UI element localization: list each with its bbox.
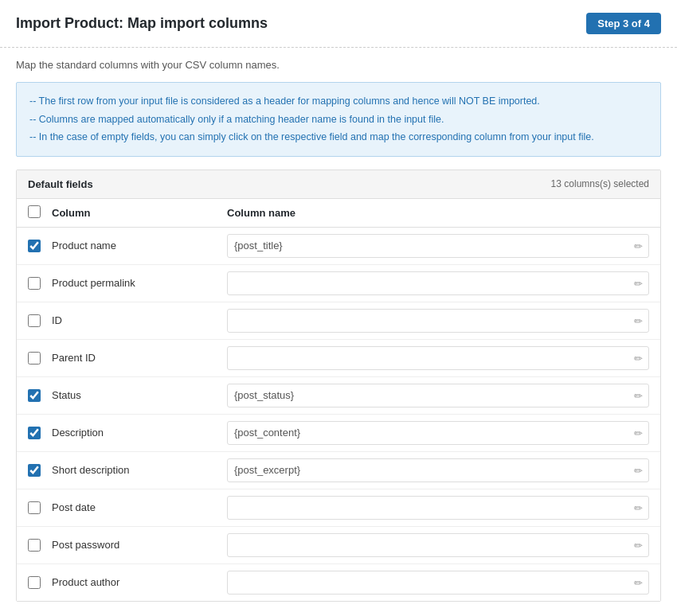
- col-header-column: Column: [52, 207, 227, 219]
- table-section-header: Default fields 13 columns(s) selected: [17, 170, 660, 199]
- row-input-wrap-description: ✏: [227, 421, 649, 445]
- row-input-wrap-parent_id: ✏: [227, 346, 649, 370]
- header-checkbox-space: [28, 205, 52, 220]
- page-container: Import Product: Map import columns Step …: [0, 0, 677, 602]
- row-input-product_permalink[interactable]: [227, 271, 649, 295]
- row-label-product_name: Product name: [52, 240, 227, 251]
- table-row: Short description ✏: [17, 452, 660, 489]
- row-input-description[interactable]: [227, 421, 649, 445]
- row-checkbox-wrap: [28, 464, 52, 477]
- row-checkbox-wrap: [28, 501, 52, 514]
- row-checkbox-description[interactable]: [28, 427, 41, 439]
- columns-selected-count: 13 columns(s) selected: [551, 178, 649, 189]
- row-input-product_name[interactable]: [227, 234, 649, 258]
- page-title: Import Product: Map import columns: [16, 15, 268, 32]
- row-label-id: ID: [52, 314, 227, 326]
- row-input-parent_id[interactable]: [227, 346, 649, 370]
- row-label-product_permalink: Product permalink: [52, 277, 227, 289]
- info-box: -- The first row from your input file is…: [16, 82, 661, 157]
- row-checkbox-wrap: [28, 352, 52, 365]
- row-input-id[interactable]: [227, 309, 649, 333]
- col-header-name: Column name: [227, 207, 649, 219]
- row-input-post_date[interactable]: [227, 496, 649, 520]
- row-label-status: Status: [52, 389, 227, 401]
- table-rows-container: Product name ✏ Product permalink ✏ ID ✏ …: [17, 228, 660, 601]
- info-line-3: -- In the case of empty fields, you can …: [29, 128, 648, 146]
- page-description: Map the standard columns with your CSV c…: [0, 48, 677, 82]
- row-input-wrap-post_password: ✏: [227, 533, 649, 557]
- row-checkbox-wrap: [28, 389, 52, 402]
- select-all-checkbox[interactable]: [28, 205, 41, 218]
- table-row: Description ✏: [17, 415, 660, 452]
- row-label-short_description: Short description: [52, 464, 227, 476]
- row-checkbox-wrap: [28, 240, 52, 252]
- row-input-post_password[interactable]: [227, 533, 649, 557]
- row-input-wrap-product_author: ✏: [227, 571, 649, 595]
- table-row: Post date ✏: [17, 489, 660, 527]
- table-row: Post password ✏: [17, 527, 660, 564]
- table-row: Product name ✏: [17, 228, 660, 265]
- row-checkbox-status[interactable]: [28, 389, 41, 402]
- row-checkbox-wrap: [28, 277, 52, 290]
- column-headers: Column Column name: [17, 199, 660, 228]
- table-row: Product author ✏: [17, 564, 660, 601]
- row-input-product_author[interactable]: [227, 571, 649, 595]
- row-label-parent_id: Parent ID: [52, 352, 227, 364]
- row-input-wrap-post_date: ✏: [227, 496, 649, 520]
- row-input-wrap-status: ✏: [227, 384, 649, 407]
- table-section: Default fields 13 columns(s) selected Co…: [16, 170, 661, 602]
- row-input-wrap-product_permalink: ✏: [227, 271, 649, 295]
- row-label-description: Description: [52, 427, 227, 439]
- row-label-post_password: Post password: [52, 539, 227, 551]
- row-checkbox-post_date[interactable]: [28, 501, 41, 514]
- info-line-1: -- The first row from your input file is…: [29, 92, 648, 111]
- table-row: Status ✏: [17, 377, 660, 415]
- row-checkbox-product_author[interactable]: [28, 576, 41, 589]
- row-input-status[interactable]: [227, 384, 649, 407]
- step-badge: Step 3 of 4: [586, 13, 661, 34]
- row-input-wrap-short_description: ✏: [227, 458, 649, 482]
- row-label-post_date: Post date: [52, 501, 227, 513]
- row-label-product_author: Product author: [52, 576, 227, 588]
- row-checkbox-product_name[interactable]: [28, 240, 41, 252]
- table-section-title: Default fields: [28, 178, 93, 190]
- row-input-short_description[interactable]: [227, 458, 649, 482]
- row-checkbox-wrap: [28, 576, 52, 589]
- table-row: Parent ID ✏: [17, 340, 660, 377]
- row-checkbox-wrap: [28, 539, 52, 552]
- page-header: Import Product: Map import columns Step …: [0, 0, 677, 48]
- row-checkbox-post_password[interactable]: [28, 539, 41, 552]
- row-input-wrap-product_name: ✏: [227, 234, 649, 258]
- table-row: Product permalink ✏: [17, 265, 660, 302]
- row-checkbox-parent_id[interactable]: [28, 352, 41, 365]
- row-checkbox-wrap: [28, 427, 52, 439]
- row-checkbox-id[interactable]: [28, 314, 41, 327]
- row-checkbox-product_permalink[interactable]: [28, 277, 41, 290]
- row-checkbox-short_description[interactable]: [28, 464, 41, 477]
- row-checkbox-wrap: [28, 314, 52, 327]
- info-line-2: -- Columns are mapped automatically only…: [29, 111, 648, 129]
- table-row: ID ✏: [17, 302, 660, 340]
- row-input-wrap-id: ✏: [227, 309, 649, 333]
